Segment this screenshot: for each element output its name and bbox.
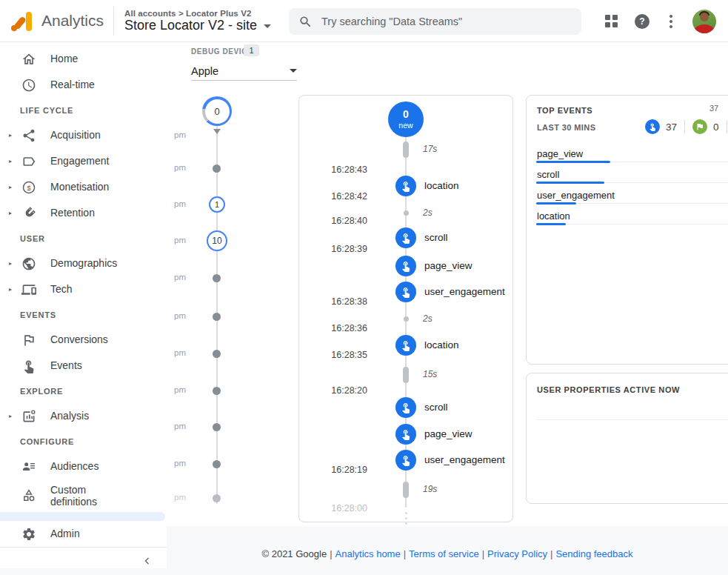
minute-marker-icon (213, 129, 221, 134)
conversions-icon (21, 333, 36, 348)
sidebar-item-audiences[interactable]: Audiences (0, 453, 167, 479)
footer: © 2021 Google|Analytics home|Terms of se… (167, 548, 728, 559)
footer-separator: | (482, 548, 484, 559)
sidebar-section-explore: EXPLORE (0, 379, 167, 403)
stream-event-name[interactable]: user_engagement (424, 286, 505, 297)
minute-label: pm (167, 459, 186, 468)
minute-timeline-current-ring[interactable]: 0 (202, 96, 232, 126)
top-events-title: TOP EVENTS (537, 106, 592, 115)
avatar[interactable] (692, 10, 716, 33)
stream-event-name[interactable]: page_view (424, 428, 472, 439)
apps-grid-icon[interactable] (605, 15, 618, 27)
event-touch-icon[interactable] (395, 227, 416, 248)
stream-timestamp: 16:28:38 (299, 296, 367, 307)
breadcrumb[interactable]: All accounts > Locator Plus V2 (124, 9, 271, 18)
event-touch-icon[interactable] (395, 176, 416, 196)
admin-icon (21, 527, 36, 542)
minute-dot (213, 164, 221, 173)
retention-icon (21, 206, 36, 221)
tech-icon (21, 282, 36, 297)
stream-current-bubble[interactable]: 0 new (388, 102, 424, 137)
analysis-icon (21, 409, 36, 424)
top-events-subtitle: LAST 30 MINS (537, 123, 595, 132)
sidebar-item-custom-definitions[interactable]: Custom definitions (0, 479, 167, 512)
minute-label: pm (167, 199, 186, 208)
sidebar-item-label: Analysis (50, 410, 132, 422)
sidebar-item-analysis[interactable]: ▸Analysis (0, 403, 167, 429)
top-event-bar (536, 202, 576, 205)
expand-arrow-icon: ▸ (9, 158, 20, 164)
search-input[interactable]: Try searching "Data Streams" (289, 8, 581, 35)
audiences-icon (21, 459, 36, 474)
user-properties-card: USER PROPERTIES ACTIVE NOW (526, 373, 728, 504)
footer-link-sending-feedback[interactable]: Sending feedback (555, 548, 632, 559)
sidebar-item-retention[interactable]: ▸Retention (0, 200, 167, 226)
sidebar-item-demographics[interactable]: ▸Demographics (0, 250, 167, 276)
stream-gap-dot (404, 210, 409, 216)
minute-count-ring[interactable]: 10 (207, 230, 227, 251)
brand-name: Analytics (41, 12, 104, 30)
top-event-name[interactable]: page_view (537, 148, 583, 159)
events-icon (21, 359, 36, 373)
stream-gap-capsule (403, 482, 409, 498)
footer-link-terms-of-service[interactable]: Terms of service (409, 548, 479, 559)
sidebar-item-events[interactable]: Events (0, 353, 167, 379)
stream-event-name[interactable]: page_view (424, 260, 472, 271)
minute-label: pm (167, 273, 186, 282)
event-touch-icon[interactable] (395, 335, 416, 356)
minute-dot (213, 494, 221, 502)
stream-event-name[interactable]: scroll (424, 402, 448, 413)
stream-event-name[interactable]: scroll (424, 232, 448, 243)
footer-link-privacy-policy[interactable]: Privacy Policy (487, 548, 547, 559)
sidebar-item-engagement[interactable]: ▸Engagement (0, 148, 167, 174)
stream-new-badge: new (398, 121, 413, 130)
event-touch-icon[interactable] (395, 397, 416, 418)
stream-gap-capsule (403, 142, 409, 158)
copyright: © 2021 Google (261, 548, 327, 559)
events-count: 37 (666, 122, 677, 133)
stream-timestamp: 16:28:42 (299, 191, 367, 202)
sidebar-item-home[interactable]: Home (0, 46, 167, 72)
more-options-icon[interactable] (667, 15, 675, 28)
expand-arrow-icon: ▸ (9, 260, 20, 267)
stream-gap-duration: 15s (423, 369, 437, 379)
debug-device-select[interactable]: Apple (191, 62, 297, 81)
sidebar-item-conversions[interactable]: Conversions (0, 327, 167, 353)
sidebar-item-real-time[interactable]: Real-time (0, 72, 167, 98)
custom-definitions-icon (21, 488, 36, 503)
top-events-card: TOP EVENTS 37 LAST 30 MINS 370 page_view… (526, 95, 728, 365)
sidebar-section-events: EVENTS (0, 302, 167, 327)
top-event-name[interactable]: scroll (537, 169, 559, 180)
property-switcher[interactable]: Store Locator V2 - site (124, 18, 271, 33)
top-event-name[interactable]: location (537, 210, 570, 222)
collapse-sidebar-button[interactable] (138, 552, 156, 570)
expand-arrow-icon: ▸ (9, 184, 20, 190)
analytics-app: Analytics All accounts > Locator Plus V2… (0, 0, 728, 575)
conversions-count: 0 (713, 122, 719, 133)
top-event-name[interactable]: user_engagement (537, 190, 615, 201)
sidebar-item-label: Retention (50, 207, 132, 219)
minute-count-ring[interactable]: 1 (209, 196, 225, 213)
help-icon[interactable]: ? (635, 14, 649, 29)
event-touch-icon[interactable] (395, 256, 416, 276)
event-touch-icon[interactable] (395, 282, 416, 302)
stream-event-name[interactable]: location (424, 339, 459, 350)
event-touch-icon[interactable] (395, 424, 416, 445)
analytics-logo-icon[interactable] (11, 11, 33, 31)
footer-link-analytics-home[interactable]: Analytics home (335, 548, 401, 559)
sidebar-item-label: Acquisition (50, 129, 132, 141)
event-touch-icon[interactable] (395, 450, 416, 471)
sidebar-item-monetisation[interactable]: ▸$Monetisation (0, 174, 167, 200)
stream-event-name[interactable]: user_engagement (424, 454, 505, 465)
sidebar-item-acquisition[interactable]: ▸Acquisition (0, 122, 167, 148)
sidebar-item-label: Demographics (50, 257, 132, 269)
debugview-selected-highlight[interactable] (0, 512, 165, 521)
sidebar-item-tech[interactable]: ▸Tech (0, 276, 167, 302)
footer-separator: | (330, 548, 332, 559)
stream-event-name[interactable]: location (424, 180, 459, 191)
sidebar-item-admin[interactable]: Admin (0, 521, 167, 547)
sidebar-item-label: Engagement (50, 155, 132, 167)
search-placeholder: Try searching "Data Streams" (321, 16, 462, 27)
user-properties-title: USER PROPERTIES ACTIVE NOW (537, 385, 680, 394)
stream-gap-duration: 17s (423, 144, 437, 154)
